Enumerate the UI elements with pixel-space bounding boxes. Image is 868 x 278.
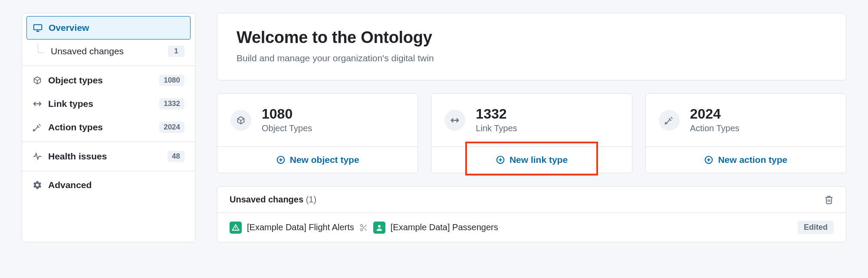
page-subtitle: Build and manage your organization's dig… (237, 53, 827, 63)
new-action-type-button[interactable]: New action type (646, 147, 846, 173)
count-badge: 1080 (159, 75, 184, 86)
sidebar-item-label: Object types (48, 75, 153, 86)
link-arrows-icon (33, 99, 42, 109)
main-content: Welcome to the Ontology Build and manage… (217, 13, 846, 242)
action-icon (33, 122, 42, 132)
svg-line-20 (362, 226, 364, 227)
alert-triangle-icon (230, 222, 242, 234)
gear-icon (33, 180, 42, 190)
page-title: Welcome to the Ontology (237, 28, 827, 47)
sidebar-item-action-types[interactable]: Action types 2024 (26, 116, 191, 139)
sidebar-item-object-types[interactable]: Object types 1080 (26, 69, 191, 92)
new-link-type-button[interactable]: New link type (431, 147, 631, 173)
unsaved-changes-panel: Unsaved changes (1) [Example Data] Fligh… (217, 186, 846, 242)
svg-point-15 (235, 229, 236, 230)
stat-count: 2024 (690, 107, 740, 121)
hero-panel: Welcome to the Ontology Build and manage… (217, 13, 846, 80)
count-badge: 1332 (159, 98, 184, 109)
sidebar-item-label: Action types (48, 122, 153, 132)
sidebar-nav: Overview Unsaved changes 1 Object types … (22, 13, 195, 242)
button-label: New object type (290, 155, 359, 165)
svg-point-21 (378, 225, 381, 228)
button-label: New action type (718, 155, 787, 165)
svg-rect-0 (34, 25, 42, 30)
row-item-a: [Example Data] Flight Alerts (247, 222, 354, 232)
stat-label: Object Types (262, 123, 312, 133)
row-item-b: [Example Data] Passengers (391, 222, 498, 232)
sidebar-item-overview[interactable]: Overview (26, 16, 191, 40)
stat-count: 1332 (476, 107, 517, 121)
action-icon (659, 110, 680, 131)
monitor-icon (33, 23, 43, 33)
card-action-types: 2024 Action Types New action type (645, 93, 846, 173)
svg-line-19 (365, 228, 367, 231)
sidebar-item-label: Advanced (48, 180, 184, 190)
panel-count: (1) (306, 195, 316, 204)
tree-connector-icon (38, 43, 44, 53)
cube-icon (230, 110, 251, 131)
sidebar-item-label: Link types (48, 99, 153, 109)
pulse-icon (33, 152, 42, 161)
stat-label: Action Types (690, 123, 740, 133)
plus-circle-icon (704, 155, 713, 165)
card-object-types: 1080 Object Types New object type (217, 93, 418, 173)
cube-icon (33, 76, 42, 85)
svg-point-16 (360, 224, 362, 226)
panel-title: Unsaved changes (1) (230, 195, 316, 205)
count-badge: 2024 (159, 122, 184, 133)
person-icon (373, 222, 385, 234)
sidebar-item-link-types[interactable]: Link types 1332 (26, 92, 191, 116)
sidebar-item-health-issues[interactable]: Health issues 48 (26, 145, 191, 168)
sidebar-item-unsaved-changes[interactable]: Unsaved changes 1 (26, 40, 191, 63)
sidebar-item-label: Unsaved changes (51, 46, 162, 56)
scissors-icon (359, 223, 368, 232)
stat-label: Link Types (476, 123, 517, 133)
plus-circle-icon (276, 155, 286, 165)
stat-cards: 1080 Object Types New object type (217, 93, 846, 173)
sidebar-item-label: Overview (49, 23, 184, 33)
sidebar-item-label: Health issues (48, 151, 161, 162)
button-label: New link type (510, 155, 568, 165)
count-badge: 1 (168, 46, 184, 57)
new-object-type-button[interactable]: New object type (217, 147, 418, 173)
plus-circle-icon (496, 155, 505, 165)
card-link-types: 1332 Link Types New link type (431, 93, 632, 173)
count-badge: 48 (168, 151, 184, 162)
svg-point-17 (360, 228, 362, 231)
status-badge: Edited (798, 221, 834, 234)
sidebar-item-advanced[interactable]: Advanced (26, 174, 191, 196)
unsaved-row[interactable]: [Example Data] Flight Alerts [Example Da… (217, 213, 846, 242)
link-arrows-icon (444, 110, 465, 131)
stat-count: 1080 (262, 107, 312, 121)
trash-icon[interactable] (824, 195, 834, 205)
